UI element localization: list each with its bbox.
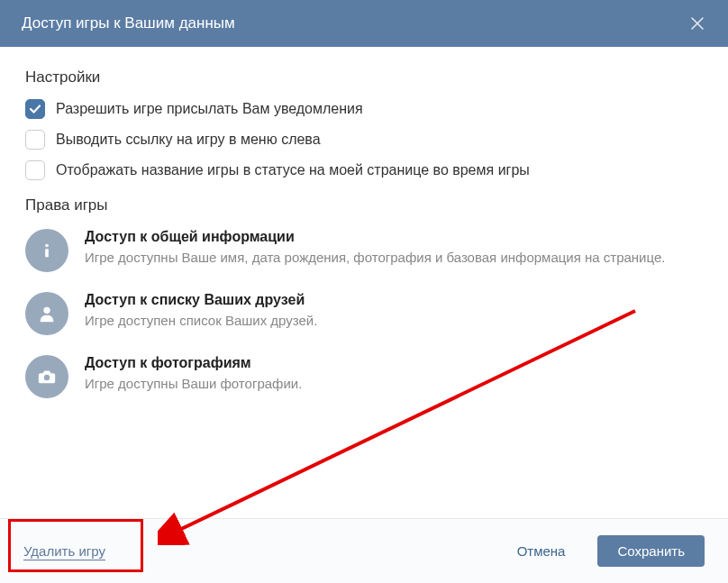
dialog-header: Доступ игры к Вашим данным bbox=[0, 0, 728, 47]
checkbox-unchecked[interactable] bbox=[25, 130, 45, 150]
close-icon bbox=[690, 16, 705, 31]
delete-game-link[interactable]: Удалить игру bbox=[23, 543, 105, 560]
setting-notifications[interactable]: Разрешить игре присылать Вам уведомления bbox=[25, 99, 703, 119]
permission-text: Доступ к списку Ваших друзей Игре доступ… bbox=[85, 292, 703, 330]
settings-heading: Настройки bbox=[25, 68, 703, 87]
checkmark-icon bbox=[29, 103, 41, 115]
svg-point-0 bbox=[45, 244, 49, 248]
footer-left: Удалить игру bbox=[23, 543, 105, 560]
permission-photos: Доступ к фотографиям Игре доступны Ваши … bbox=[25, 355, 703, 398]
svg-rect-1 bbox=[45, 249, 49, 257]
close-button[interactable] bbox=[688, 14, 706, 32]
permission-title: Доступ к общей информации bbox=[85, 229, 703, 245]
checkbox-unchecked[interactable] bbox=[25, 160, 45, 180]
permission-general-info: Доступ к общей информации Игре доступны … bbox=[25, 229, 703, 272]
checkbox-label: Отображать название игры в статусе на мо… bbox=[56, 162, 530, 178]
checkbox-label: Выводить ссылку на игру в меню слева bbox=[56, 132, 321, 148]
info-icon bbox=[25, 229, 68, 272]
permissions-list: Доступ к общей информации Игре доступны … bbox=[25, 229, 703, 398]
permission-desc: Игре доступны Ваши фотографии. bbox=[85, 374, 703, 393]
permissions-dialog: Доступ игры к Вашим данным Настройки Раз… bbox=[0, 0, 728, 583]
setting-menu-link[interactable]: Выводить ссылку на игру в меню слева bbox=[25, 130, 703, 150]
permission-text: Доступ к фотографиям Игре доступны Ваши … bbox=[85, 355, 703, 393]
permission-title: Доступ к фотографиям bbox=[85, 355, 703, 371]
footer-right: Отмена Сохранить bbox=[501, 535, 705, 567]
permission-desc: Игре доступны Ваше имя, дата рождения, ф… bbox=[85, 248, 703, 267]
cancel-button[interactable]: Отмена bbox=[501, 535, 582, 567]
permission-friends: Доступ к списку Ваших друзей Игре доступ… bbox=[25, 292, 703, 335]
permission-title: Доступ к списку Ваших друзей bbox=[85, 292, 703, 308]
user-icon bbox=[25, 292, 68, 335]
dialog-title: Доступ игры к Вашим данным bbox=[22, 14, 235, 32]
svg-point-3 bbox=[44, 375, 50, 380]
svg-point-2 bbox=[43, 307, 50, 314]
permissions-heading: Права игры bbox=[25, 196, 703, 214]
camera-icon bbox=[25, 355, 68, 398]
permission-text: Доступ к общей информации Игре доступны … bbox=[85, 229, 703, 267]
setting-status[interactable]: Отображать название игры в статусе на мо… bbox=[25, 160, 703, 180]
dialog-content: Настройки Разрешить игре присылать Вам у… bbox=[0, 47, 728, 518]
checkbox-label: Разрешить игре присылать Вам уведомления bbox=[56, 101, 363, 117]
dialog-footer: Удалить игру Отмена Сохранить bbox=[0, 518, 728, 583]
permission-desc: Игре доступен список Ваших друзей. bbox=[85, 311, 703, 330]
save-button[interactable]: Сохранить bbox=[597, 535, 705, 567]
checkbox-checked[interactable] bbox=[25, 99, 45, 119]
